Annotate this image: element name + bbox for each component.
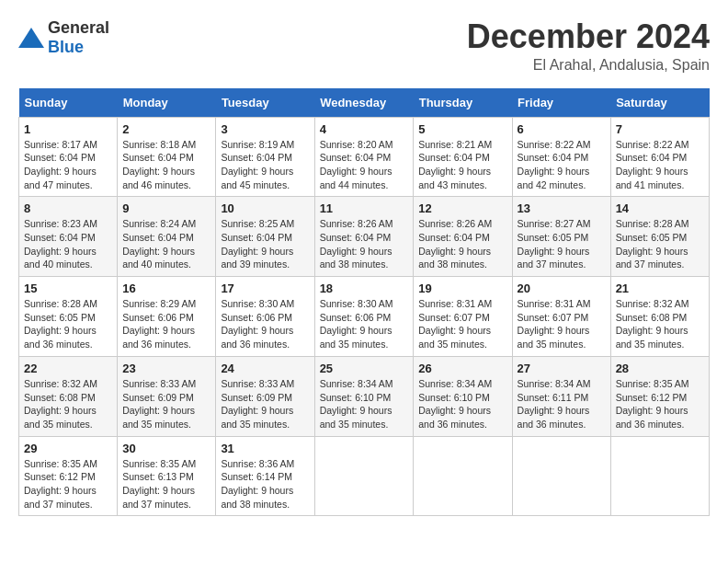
calendar-cell: 30 Sunrise: 8:35 AMSunset: 6:13 PMDaylig… [118, 436, 216, 516]
day-number: 3 [221, 122, 309, 136]
day-detail: Sunrise: 8:28 AMSunset: 6:05 PMDaylight:… [616, 218, 689, 270]
weekday-header-tuesday: Tuesday [216, 88, 314, 118]
calendar-cell: 24 Sunrise: 8:33 AMSunset: 6:09 PMDaylig… [216, 356, 314, 436]
day-detail: Sunrise: 8:34 AMSunset: 6:10 PMDaylight:… [320, 378, 393, 430]
page-header: General Blue December 2024 El Arahal, An… [18, 18, 710, 74]
calendar-cell: 26 Sunrise: 8:34 AMSunset: 6:10 PMDaylig… [414, 356, 512, 436]
calendar-cell: 29 Sunrise: 8:35 AMSunset: 6:12 PMDaylig… [19, 436, 118, 516]
day-number: 11 [320, 201, 409, 215]
calendar-cell: 9 Sunrise: 8:24 AMSunset: 6:04 PMDayligh… [118, 197, 216, 277]
calendar-cell: 8 Sunrise: 8:23 AMSunset: 6:04 PMDayligh… [19, 197, 118, 277]
day-detail: Sunrise: 8:28 AMSunset: 6:05 PMDaylight:… [24, 298, 97, 350]
day-number: 4 [320, 122, 409, 136]
weekday-header-sunday: Sunday [19, 88, 118, 118]
day-detail: Sunrise: 8:36 AMSunset: 6:14 PMDaylight:… [221, 458, 294, 510]
calendar-cell: 11 Sunrise: 8:26 AMSunset: 6:04 PMDaylig… [314, 197, 414, 277]
day-number: 7 [616, 122, 704, 136]
day-number: 10 [221, 201, 309, 215]
calendar-cell: 7 Sunrise: 8:22 AMSunset: 6:04 PMDayligh… [610, 117, 709, 197]
day-number: 12 [418, 201, 506, 215]
weekday-header-monday: Monday [118, 88, 216, 118]
calendar-cell: 25 Sunrise: 8:34 AMSunset: 6:10 PMDaylig… [314, 356, 414, 436]
day-number: 1 [24, 122, 112, 136]
logo-text-general: General [48, 18, 109, 37]
day-number: 13 [518, 201, 606, 215]
day-detail: Sunrise: 8:31 AMSunset: 6:07 PMDaylight:… [518, 298, 591, 350]
day-number: 30 [122, 442, 210, 455]
month-title: December 2024 [467, 18, 710, 55]
day-detail: Sunrise: 8:32 AMSunset: 6:08 PMDaylight:… [616, 298, 689, 350]
day-detail: Sunrise: 8:19 AMSunset: 6:04 PMDaylight:… [221, 139, 294, 190]
calendar-cell: 14 Sunrise: 8:28 AMSunset: 6:05 PMDaylig… [610, 197, 709, 277]
calendar-cell: 5 Sunrise: 8:21 AMSunset: 6:04 PMDayligh… [414, 117, 512, 197]
calendar-cell: 16 Sunrise: 8:29 AMSunset: 6:06 PMDaylig… [118, 277, 216, 357]
weekday-header-friday: Friday [512, 88, 610, 118]
calendar-body: 1 Sunrise: 8:17 AMSunset: 6:04 PMDayligh… [19, 117, 710, 516]
calendar-cell: 31 Sunrise: 8:36 AMSunset: 6:14 PMDaylig… [216, 436, 314, 516]
calendar-cell: 13 Sunrise: 8:27 AMSunset: 6:05 PMDaylig… [512, 197, 610, 277]
logo-icon [18, 28, 44, 48]
svg-marker-0 [18, 28, 44, 48]
day-number: 24 [221, 362, 309, 375]
calendar-week-3: 15 Sunrise: 8:28 AMSunset: 6:05 PMDaylig… [19, 277, 710, 357]
day-detail: Sunrise: 8:18 AMSunset: 6:04 PMDaylight:… [122, 139, 196, 190]
day-detail: Sunrise: 8:22 AMSunset: 6:04 PMDaylight:… [616, 139, 689, 190]
calendar-week-4: 22 Sunrise: 8:32 AMSunset: 6:08 PMDaylig… [19, 356, 710, 436]
calendar-cell: 1 Sunrise: 8:17 AMSunset: 6:04 PMDayligh… [19, 117, 118, 197]
day-number: 5 [418, 122, 506, 136]
day-detail: Sunrise: 8:29 AMSunset: 6:06 PMDaylight:… [122, 298, 196, 350]
calendar-week-1: 1 Sunrise: 8:17 AMSunset: 6:04 PMDayligh… [19, 117, 710, 197]
day-detail: Sunrise: 8:22 AMSunset: 6:04 PMDaylight:… [518, 139, 591, 190]
day-number: 8 [24, 201, 112, 215]
day-number: 23 [122, 362, 210, 375]
day-detail: Sunrise: 8:34 AMSunset: 6:10 PMDaylight:… [418, 378, 492, 430]
day-number: 9 [122, 201, 210, 215]
day-detail: Sunrise: 8:35 AMSunset: 6:12 PMDaylight:… [616, 378, 689, 430]
day-number: 17 [221, 282, 309, 295]
calendar-cell: 10 Sunrise: 8:25 AMSunset: 6:04 PMDaylig… [216, 197, 314, 277]
calendar-week-2: 8 Sunrise: 8:23 AMSunset: 6:04 PMDayligh… [19, 197, 710, 277]
calendar-cell: 18 Sunrise: 8:30 AMSunset: 6:06 PMDaylig… [314, 277, 414, 357]
calendar-header-row: SundayMondayTuesdayWednesdayThursdayFrid… [19, 88, 710, 118]
calendar-cell: 2 Sunrise: 8:18 AMSunset: 6:04 PMDayligh… [118, 117, 216, 197]
day-number: 21 [616, 282, 704, 295]
day-detail: Sunrise: 8:26 AMSunset: 6:04 PMDaylight:… [320, 218, 393, 270]
day-number: 26 [418, 362, 506, 375]
weekday-header-thursday: Thursday [414, 88, 512, 118]
calendar-week-5: 29 Sunrise: 8:35 AMSunset: 6:12 PMDaylig… [19, 436, 710, 516]
calendar-table: SundayMondayTuesdayWednesdayThursdayFrid… [18, 88, 710, 517]
day-number: 2 [122, 122, 210, 136]
day-detail: Sunrise: 8:24 AMSunset: 6:04 PMDaylight:… [122, 218, 196, 270]
weekday-header-saturday: Saturday [610, 88, 709, 118]
logo: General Blue [18, 18, 109, 57]
weekday-header-wednesday: Wednesday [314, 88, 414, 118]
day-detail: Sunrise: 8:21 AMSunset: 6:04 PMDaylight:… [418, 139, 492, 190]
location-title: El Arahal, Andalusia, Spain [467, 57, 710, 74]
day-detail: Sunrise: 8:32 AMSunset: 6:08 PMDaylight:… [24, 378, 97, 430]
logo-text-blue: Blue [48, 38, 84, 56]
calendar-cell: 19 Sunrise: 8:31 AMSunset: 6:07 PMDaylig… [414, 277, 512, 357]
calendar-cell [314, 436, 414, 516]
day-number: 31 [221, 442, 309, 455]
calendar-cell: 21 Sunrise: 8:32 AMSunset: 6:08 PMDaylig… [610, 277, 709, 357]
calendar-cell [610, 436, 709, 516]
day-number: 18 [320, 282, 409, 295]
day-number: 19 [418, 282, 506, 295]
calendar-cell: 20 Sunrise: 8:31 AMSunset: 6:07 PMDaylig… [512, 277, 610, 357]
day-number: 27 [518, 362, 606, 375]
calendar-cell: 15 Sunrise: 8:28 AMSunset: 6:05 PMDaylig… [19, 277, 118, 357]
day-detail: Sunrise: 8:34 AMSunset: 6:11 PMDaylight:… [518, 378, 591, 430]
calendar-cell: 12 Sunrise: 8:26 AMSunset: 6:04 PMDaylig… [414, 197, 512, 277]
day-number: 16 [122, 282, 210, 295]
calendar-cell [414, 436, 512, 516]
day-detail: Sunrise: 8:30 AMSunset: 6:06 PMDaylight:… [221, 298, 294, 350]
day-detail: Sunrise: 8:30 AMSunset: 6:06 PMDaylight:… [320, 298, 393, 350]
day-detail: Sunrise: 8:35 AMSunset: 6:13 PMDaylight:… [122, 458, 196, 510]
day-number: 20 [518, 282, 606, 295]
calendar-cell: 6 Sunrise: 8:22 AMSunset: 6:04 PMDayligh… [512, 117, 610, 197]
day-number: 25 [320, 362, 409, 375]
day-detail: Sunrise: 8:31 AMSunset: 6:07 PMDaylight:… [418, 298, 492, 350]
day-detail: Sunrise: 8:25 AMSunset: 6:04 PMDaylight:… [221, 218, 294, 270]
calendar-cell [512, 436, 610, 516]
day-number: 28 [616, 362, 704, 375]
